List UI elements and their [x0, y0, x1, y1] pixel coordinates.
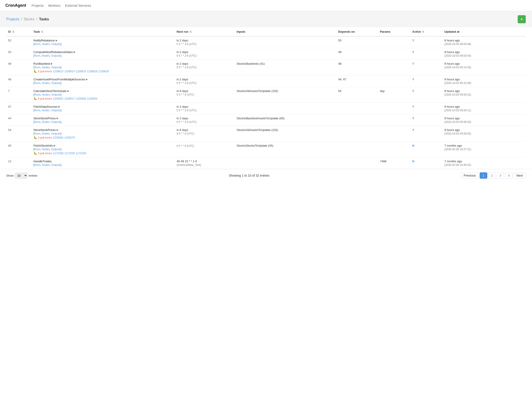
updated-main: 9 hours ago [444, 89, 524, 93]
updated-main: 9 hours ago [444, 117, 524, 120]
error-id-link[interactable]: 1230615 [76, 70, 86, 73]
error-id-link[interactable]: 1172330 [76, 152, 86, 155]
page-2-button[interactable]: 2 [488, 172, 496, 179]
task-link-nodes[interactable]: Nodes [42, 93, 50, 96]
cell-task: HandleTrades[Runs, Nodes, Outputs] [32, 157, 175, 169]
task-link-outputs[interactable]: Outputs [51, 81, 61, 85]
breadcrumb-projects[interactable]: Projects [6, 17, 19, 21]
task-link-outputs[interactable]: Outputs [51, 148, 61, 151]
nextrun-cron: 0 5 * * 2-6 (UTC) [177, 66, 233, 69]
play-icon: ▶ [57, 117, 58, 120]
cell-updatedat: 9 hours ago(2020-10-03 05:14:43) [443, 60, 526, 75]
col-task[interactable]: Task ⇅ [32, 27, 175, 36]
showing-text: Showing 1 to 10 of 32 entries [39, 174, 459, 177]
task-link-outputs[interactable]: Outputs [51, 54, 61, 57]
task-link-nodes[interactable]: Nodes [42, 132, 50, 135]
task-link-outputs[interactable]: Outputs [51, 132, 61, 135]
task-link-outputs[interactable]: Outputs [51, 43, 61, 46]
cell-nextrun: in 2 days0 5 * * 2-6 (UTC) [175, 48, 235, 60]
error-id-link[interactable]: 1230613 [53, 70, 63, 73]
task-link-nodes[interactable]: Nodes [42, 81, 50, 85]
active-value: Y [412, 105, 414, 108]
cell-nextrun: in 2 days0 5 * * 2-6 (UTC) [175, 114, 235, 126]
task-link-outputs[interactable]: Outputs [51, 163, 61, 167]
nav-workers[interactable]: Workers [48, 4, 61, 7]
nav-external-services[interactable]: External Services [65, 4, 91, 7]
error-id-link[interactable]: 1230517 [64, 97, 75, 100]
task-link-runs[interactable]: Runs [34, 109, 40, 112]
error-line: 🐛4 pull errors12305021230517123054012305… [33, 97, 173, 100]
task-link-nodes[interactable]: Nodes [42, 120, 50, 124]
error-count: 2 pull errors [38, 136, 52, 139]
task-link-runs[interactable]: Runs [34, 43, 40, 46]
error-id-link[interactable]: 1230540 [76, 97, 86, 100]
task-link-runs[interactable]: Runs [34, 120, 40, 124]
cell-inputs [235, 75, 336, 87]
task-links: [Runs, Nodes, Outputs] [33, 120, 173, 124]
cell-id: 48 [6, 75, 32, 87]
task-link-outputs[interactable]: Outputs [51, 66, 61, 69]
cell-depends: 44, 47 [336, 75, 378, 87]
task-link-nodes[interactable]: Nodes [42, 148, 50, 151]
col-active[interactable]: Active ⇅ [411, 27, 443, 36]
task-name: RunBacktest ▶ [33, 62, 173, 65]
cell-inputs [235, 48, 336, 60]
error-id-link[interactable]: 1230618 [87, 70, 97, 73]
task-link-runs[interactable]: Runs [34, 163, 40, 167]
col-nextrun[interactable]: Next run ⇅ [175, 27, 235, 36]
show-entries: Show 10 25 50 100 entries [6, 173, 38, 178]
task-links: [Runs, Nodes, Outputs] [33, 148, 173, 151]
show-select[interactable]: 10 25 50 100 [15, 173, 27, 178]
updated-sub: (2020-10-03 05:13:49) [444, 81, 524, 85]
task-link-runs[interactable]: Runs [34, 81, 40, 85]
error-id-link[interactable]: 1172328 [53, 152, 63, 155]
task-name: FetchDataSources ▶ [33, 105, 173, 108]
page-4-button[interactable]: 4 [505, 172, 513, 179]
task-link-nodes[interactable]: Nodes [42, 163, 50, 167]
table-row: 52NotifyRebalance ▶[Runs, Nodes, Outputs… [6, 36, 526, 48]
error-id-link[interactable]: 1230629 [98, 70, 109, 73]
task-link-outputs[interactable]: Outputs [51, 109, 61, 112]
task-link-runs[interactable]: Runs [34, 148, 40, 151]
task-links: [Runs, Nodes, Outputs] [33, 43, 173, 46]
error-id-link[interactable]: 1230553 [87, 97, 97, 100]
task-link-outputs[interactable]: Outputs [51, 120, 61, 124]
cell-id: 12 [6, 157, 32, 169]
task-link-nodes[interactable]: Nodes [42, 66, 50, 69]
task-link-nodes[interactable]: Nodes [42, 109, 50, 112]
cell-nextrun: in 6 days0 5 * * 6 (UTC) [175, 126, 235, 142]
next-button[interactable]: Next [513, 172, 526, 179]
page-1-button[interactable]: 1 [480, 172, 487, 179]
nextrun-cron: 0 5 * * 2-6 (UTC) [177, 81, 233, 85]
task-link-nodes[interactable]: Nodes [42, 54, 50, 57]
task-link-runs[interactable]: Runs [34, 66, 40, 69]
col-updatedat[interactable]: Updated at ↓ [443, 27, 526, 36]
updated-main: 7 months ago [444, 160, 524, 163]
table-row: 7CalculateStockTechnicals ▶[Runs, Nodes,… [6, 87, 526, 103]
error-id-link[interactable]: 1230502 [53, 97, 63, 100]
cell-task: FetchDataSources ▶[Runs, Nodes, Outputs] [32, 103, 175, 114]
updated-sub: (2020-10-03 05:00:03) [444, 120, 524, 124]
task-link-runs[interactable]: Runs [34, 93, 40, 96]
add-task-button[interactable]: + [518, 15, 526, 23]
error-id-link[interactable]: 1230362 [53, 136, 63, 139]
error-id-link[interactable]: 1172329 [64, 152, 75, 155]
active-value: N [412, 144, 414, 147]
cell-active: Y [411, 87, 443, 103]
task-link-runs[interactable]: Runs [34, 54, 40, 57]
cell-depends [336, 142, 378, 157]
col-id[interactable]: ID ⇅ [6, 27, 32, 36]
task-link-runs[interactable]: Runs [34, 132, 40, 135]
breadcrumb-bar: Projects / Stocks / Tasks + [0, 11, 532, 27]
task-link-nodes[interactable]: Nodes [42, 43, 50, 46]
error-id-link[interactable]: 1230614 [64, 70, 75, 73]
task-link-outputs[interactable]: Outputs [51, 93, 61, 96]
page-3-button[interactable]: 3 [497, 172, 504, 179]
nav-projects[interactable]: Projects [32, 4, 44, 7]
error-id-link[interactable]: 1230375 [64, 136, 75, 139]
cell-task: ComputeNextRebalanceDates ▶[Runs, Nodes,… [32, 48, 175, 60]
updated-sub: (2020-10-03 05:00:11) [444, 109, 524, 112]
cell-inputs: Stocks\StocksToUpdate (45) [235, 142, 336, 157]
prev-button[interactable]: Previous [461, 172, 479, 179]
entries-label: entries [29, 174, 38, 177]
